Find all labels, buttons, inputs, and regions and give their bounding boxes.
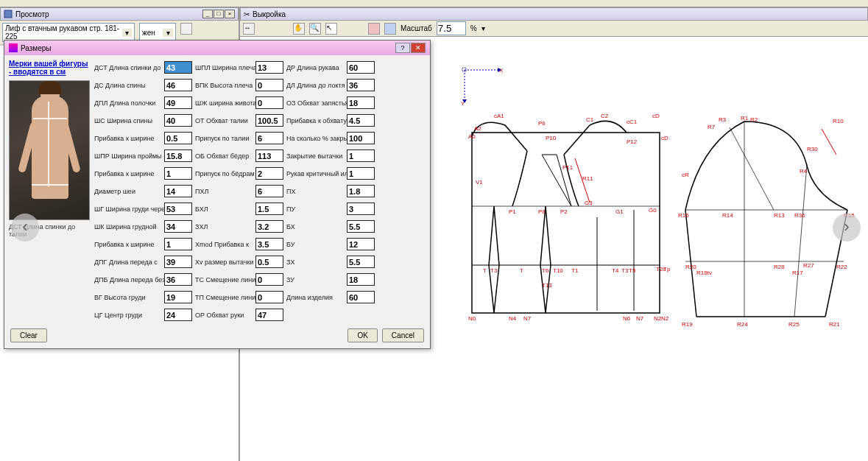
nav-tool[interactable]: ↔ — [243, 23, 255, 35]
measure-input[interactable] — [255, 167, 283, 180]
svg-text:R3: R3 — [719, 116, 727, 123]
svg-text:T1: T1 — [571, 267, 579, 274]
measurement-photo — [9, 80, 90, 220]
measure-row: ДСТ Длина спинки до — [94, 60, 192, 75]
measure-row: ОБ Обхват бёдер — [195, 148, 283, 163]
measure-input[interactable] — [255, 238, 283, 250]
measurements-dialog: Размеры ? ✕ Мерки вашей фигуры - вводятс… — [4, 40, 431, 349]
svg-text:R24: R24 — [737, 321, 748, 328]
svg-text:T3: T3 — [490, 267, 498, 274]
svg-text:T13: T13 — [542, 282, 552, 289]
measure-input[interactable] — [164, 273, 192, 286]
svg-text:T4: T4 — [612, 267, 619, 274]
dialog-close-button[interactable]: ✕ — [411, 43, 426, 53]
measure-row: ЗХ — [286, 254, 375, 270]
measure-input[interactable] — [347, 220, 375, 233]
measure-input[interactable] — [255, 220, 283, 233]
measurements-link[interactable]: Мерки вашей фигуры - вводятся в см — [9, 60, 90, 76]
measure-input[interactable] — [255, 291, 283, 303]
measure-input[interactable] — [164, 149, 192, 162]
measure-input[interactable] — [255, 273, 283, 286]
scale-dropdown-icon[interactable]: ▾ — [481, 24, 485, 32]
measure-input[interactable] — [255, 114, 283, 127]
measure-input[interactable] — [164, 96, 192, 109]
preview-panel-header[interactable]: Просмотр _ □ × — [0, 7, 239, 21]
zoom-tool[interactable]: 🔍 — [309, 23, 321, 35]
measure-input[interactable] — [164, 238, 192, 250]
ok-button[interactable]: OK — [347, 328, 377, 342]
grid-tool-1[interactable] — [368, 23, 380, 35]
measure-input[interactable] — [164, 61, 192, 74]
measure-input[interactable] — [255, 185, 283, 197]
measure-row: ДР Длина рукава — [286, 60, 375, 75]
scissors-icon: ✂ — [244, 10, 250, 18]
max-button[interactable]: □ — [214, 10, 224, 18]
clear-button[interactable]: Clear — [10, 328, 47, 342]
prev-button[interactable]: ‹ — [11, 214, 39, 242]
svg-rect-8 — [472, 133, 660, 313]
measure-input[interactable] — [164, 220, 192, 233]
measure-label: ШГ Ширина груди через — [94, 205, 164, 213]
measure-input[interactable] — [164, 203, 192, 215]
measure-input[interactable] — [255, 203, 283, 215]
pointer-tool[interactable]: ↖ — [325, 23, 337, 35]
svg-text:R36: R36 — [794, 212, 805, 219]
measure-input[interactable] — [347, 79, 375, 91]
measure-input[interactable] — [255, 132, 283, 144]
axis-indicator: X Y — [461, 66, 505, 107]
cancel-button[interactable]: Cancel — [382, 328, 424, 342]
min-button[interactable]: _ — [202, 10, 213, 18]
toolbar-button[interactable] — [180, 23, 192, 35]
measure-input[interactable] — [164, 309, 192, 321]
dropdown-icon: ▾ — [122, 29, 132, 37]
measure-input[interactable] — [347, 61, 375, 74]
measure-input[interactable] — [347, 291, 375, 303]
measure-input[interactable] — [347, 273, 375, 286]
measure-label: ПХ — [286, 188, 347, 195]
grid-tool-2[interactable] — [384, 23, 396, 35]
measure-input[interactable] — [164, 132, 192, 144]
scale-input[interactable] — [437, 21, 466, 35]
measure-row: На сколько % закрыть — [286, 130, 375, 146]
measure-input[interactable] — [347, 149, 375, 162]
svg-text:cD: cD — [661, 135, 668, 141]
measure-input[interactable] — [347, 114, 375, 127]
measure-input[interactable] — [255, 256, 283, 268]
next-button[interactable]: › — [833, 214, 861, 242]
measure-input[interactable] — [347, 203, 375, 215]
measure-input[interactable] — [164, 167, 192, 180]
svg-text:R30: R30 — [807, 146, 818, 152]
svg-text:N4: N4 — [509, 315, 517, 322]
measure-input[interactable] — [164, 291, 192, 303]
measure-input[interactable] — [347, 96, 375, 109]
measure-input[interactable] — [164, 79, 192, 91]
measure-input[interactable] — [255, 79, 283, 91]
close-button[interactable]: × — [225, 10, 235, 18]
measure-input[interactable] — [347, 238, 375, 250]
measure-input[interactable] — [255, 61, 283, 74]
measure-row: ШПЛ Ширина плеча — [195, 60, 283, 75]
svg-text:A2: A2 — [474, 125, 481, 132]
measure-input[interactable] — [164, 185, 192, 197]
svg-text:R20: R20 — [685, 264, 696, 270]
hand-tool[interactable]: ✋ — [293, 23, 305, 35]
pattern-panel-header[interactable]: ✂ Выкройка — [240, 7, 868, 21]
measure-input[interactable] — [164, 256, 192, 268]
dialog-title-text: Размеры — [21, 44, 52, 52]
measure-input[interactable] — [255, 96, 283, 109]
measure-label: ДСТ Длина спинки до — [94, 64, 164, 71]
dialog-help-button[interactable]: ? — [395, 43, 410, 53]
svg-text:P2: P2 — [560, 208, 568, 215]
measure-input[interactable] — [347, 256, 375, 268]
measure-input[interactable] — [255, 149, 283, 162]
measurements-col-3: ДР Длина рукаваДЛ Длина до локтяОЗ Обхва… — [286, 60, 375, 323]
measure-input[interactable] — [255, 309, 283, 321]
measure-input[interactable] — [164, 114, 192, 127]
measure-input[interactable] — [347, 132, 375, 144]
measure-row: ВПК Высота плеча — [195, 77, 283, 93]
measure-label: ШЖ ширина живота — [195, 99, 255, 107]
measure-input[interactable] — [347, 167, 375, 180]
dialog-titlebar[interactable]: Размеры ? ✕ — [4, 41, 430, 55]
measure-input[interactable] — [347, 185, 375, 197]
svg-text:R10: R10 — [833, 118, 844, 124]
